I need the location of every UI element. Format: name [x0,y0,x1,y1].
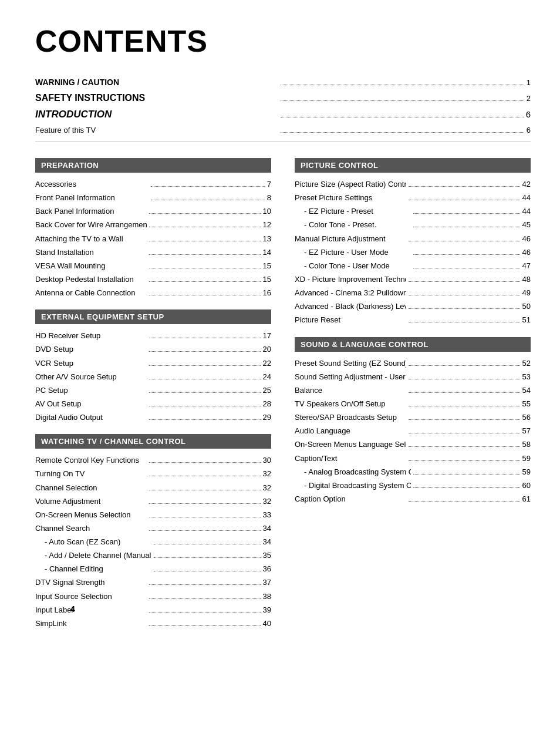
toc-page: 48 [522,274,531,285]
toc-page: 49 [522,287,531,299]
toc-dots [149,462,261,463]
preparation-entries: Accessories7Front Panel Information8Back… [35,179,271,299]
toc-label: Manual Picture Adjustment [295,233,406,245]
toc-dots [281,132,524,133]
list-item: Turning On TV32 [35,468,271,480]
toc-label: Feature of this TV [35,124,278,136]
toc-dots [149,598,261,599]
toc-page: 57 [522,425,531,437]
list-item: PC Setup25 [35,385,271,396]
toc-page: 58 [522,439,531,450]
section-header-picture: PICTURE CONTROL [295,158,531,173]
toc-dots [409,379,520,379]
toc-page: 1 [527,77,531,89]
list-item: Caption Option61 [295,493,531,505]
toc-label: Desktop Pedestal Installation [35,274,147,285]
toc-label: - Digital Broadcasting System Captions [295,480,411,492]
section-header-preparation: PREPARATION [35,158,271,173]
toc-dots [149,365,261,366]
toc-dots [149,625,261,626]
toc-page: 16 [263,287,271,299]
list-item: - Auto Scan (EZ Scan)34 [35,536,271,548]
list-item: Balance54 [295,385,531,396]
toc-label: - Auto Scan (EZ Scan) [35,536,151,548]
toc-introduction: INTRODUCTION 6 [35,107,531,122]
toc-label: Advanced - Black (Darkness) Level [295,301,406,312]
toc-label: SAFETY INSTRUCTIONS [35,91,278,106]
toc-dots [409,308,520,309]
list-item: Preset Sound Setting (EZ Sound)52 [295,358,531,369]
list-item: Sound Setting Adjustment - User Mode53 [295,371,531,383]
toc-dots [154,544,261,544]
toc-dots [409,433,520,433]
toc-label: - Color Tone - User Mode [295,260,411,272]
section-header-watching: WATCHING TV / CHANNEL CONTROL [35,434,271,449]
toc-label: Antenna or Cable Connection [35,287,147,299]
list-item: Advanced - Black (Darkness) Level50 [295,301,531,312]
toc-page: 10 [263,206,271,217]
toc-page: 35 [263,550,271,561]
toc-page: 36 [263,563,271,575]
toc-label: DTV Signal Strength [35,577,147,588]
toc-dots [281,117,524,117]
toc-label: Sound Setting Adjustment - User Mode [295,371,406,383]
toc-page: 6 [526,107,531,121]
toc-page: 51 [522,314,531,326]
toc-dots [149,530,261,531]
toc-page: 47 [522,260,531,272]
section-divider [35,141,531,142]
toc-label: VCR Setup [35,358,147,369]
toc-dots [149,406,261,406]
right-column: PICTURE CONTROL Picture Size (Aspect Rat… [295,147,531,631]
toc-page: 7 [267,179,271,190]
toc-label: Channel Search [35,523,147,534]
list-item: Volume Adjustment32 [35,496,271,507]
toc-label: Input Label [35,604,147,616]
toc-label: Caption Option [295,493,406,505]
toc-page: 46 [522,233,531,245]
list-item: Picture Reset51 [295,314,531,326]
toc-dots [409,322,520,322]
list-item: Caption/Text59 [295,453,531,465]
picture-entries: Picture Size (Aspect Ratio) Control42Pre… [295,179,531,327]
toc-page: 8 [267,192,271,204]
section-header-sound: SOUND & LANGUAGE CONTROL [295,337,531,352]
toc-dots [149,295,261,295]
list-item: Advanced - Cinema 3:2 Pulldown Mode49 [295,287,531,299]
toc-page: 12 [263,219,271,231]
toc-label: Front Panel Information [35,192,149,204]
toc-label: HD Receiver Setup [35,330,147,342]
toc-page: 2 [527,93,531,105]
list-item: TV Speakers On/Off Setup55 [295,398,531,410]
toc-dots [149,584,261,585]
toc-page: 42 [522,179,531,190]
toc-page: 59 [522,453,531,465]
toc-page: 34 [263,536,271,548]
toc-label: Stand Installation [35,247,147,258]
list-item: Audio Language57 [295,425,531,437]
toc-label: WARNING / CAUTION [35,76,278,89]
toc-page: 28 [263,398,271,410]
list-item: - EZ Picture - Preset44 [295,206,531,217]
toc-dots [154,571,261,571]
toc-dots [281,85,524,85]
toc-label: Back Cover for Wire Arrangement [35,219,147,231]
toc-label: INTRODUCTION [35,107,278,122]
list-item: DTV Signal Strength37 [35,577,271,588]
toc-dots [413,254,520,255]
toc-label: Stereo/SAP Broadcasts Setup [295,412,406,423]
toc-label: Audio Language [295,425,406,437]
list-item: - Digital Broadcasting System Captions60 [295,480,531,492]
sound-entries: Preset Sound Setting (EZ Sound)52Sound S… [295,358,531,506]
toc-page: 60 [522,480,531,492]
toc-label: Accessories [35,179,149,190]
toc-safety-instructions: SAFETY INSTRUCTIONS 2 [35,91,531,106]
toc-dots [409,365,520,366]
toc-page: 38 [263,591,271,603]
list-item: - Color Tone - Preset.45 [295,219,531,231]
toc-dots [149,517,261,517]
list-item: Back Cover for Wire Arrangement12 [35,219,271,231]
toc-label: Preset Sound Setting (EZ Sound) [295,358,406,369]
toc-dots [413,268,520,268]
section-header-external: EXTERNAL EQUIPMENT SETUP [35,309,271,324]
